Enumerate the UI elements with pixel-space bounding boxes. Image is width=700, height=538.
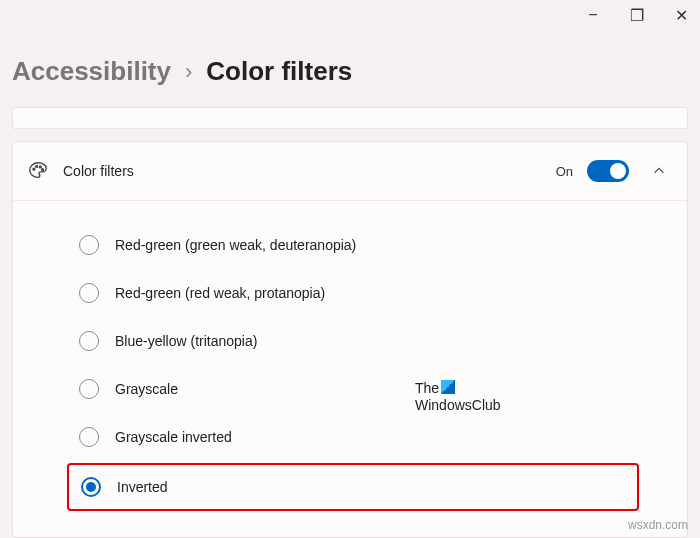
filter-option-row[interactable]: Grayscale inverted xyxy=(67,415,639,459)
filter-option-label: Inverted xyxy=(117,479,168,495)
filter-option-row[interactable]: Red-green (green weak, deuteranopia) xyxy=(67,223,639,267)
color-filters-toggle[interactable] xyxy=(587,160,629,182)
panel-title: Color filters xyxy=(63,163,542,179)
filter-option-row[interactable]: Inverted xyxy=(67,463,639,511)
svg-point-3 xyxy=(42,169,44,171)
filter-option-label: Red-green (red weak, protanopia) xyxy=(115,285,325,301)
toggle-state-label: On xyxy=(556,164,573,179)
filter-option: Red-green (green weak, deuteranopia) xyxy=(13,221,687,269)
card-strip xyxy=(12,107,688,129)
filter-option: Grayscale xyxy=(13,365,687,413)
maximize-button[interactable]: ❐ xyxy=(630,8,644,22)
filter-option: Inverted xyxy=(13,461,687,513)
breadcrumb-parent[interactable]: Accessibility xyxy=(12,56,171,87)
chevron-up-icon[interactable] xyxy=(651,163,667,179)
filter-option-row[interactable]: Blue-yellow (tritanopia) xyxy=(67,319,639,363)
radio-button[interactable] xyxy=(79,427,99,447)
filter-option: Grayscale inverted xyxy=(13,413,687,461)
filter-option-label: Grayscale xyxy=(115,381,178,397)
radio-button[interactable] xyxy=(79,331,99,351)
radio-button[interactable] xyxy=(79,379,99,399)
window-controls: − ❐ ✕ xyxy=(586,8,688,22)
svg-point-2 xyxy=(39,166,41,168)
svg-point-1 xyxy=(36,166,38,168)
filter-option-row[interactable]: Red-green (red weak, protanopia) xyxy=(67,271,639,315)
filter-option-label: Grayscale inverted xyxy=(115,429,232,445)
filter-option: Blue-yellow (tritanopia) xyxy=(13,317,687,365)
color-filters-panel: Color filters On Red-green (green weak, … xyxy=(12,141,688,538)
svg-point-0 xyxy=(33,168,35,170)
radio-button[interactable] xyxy=(79,283,99,303)
chevron-right-icon: › xyxy=(185,59,192,85)
filter-option-label: Blue-yellow (tritanopia) xyxy=(115,333,257,349)
source-attribution: wsxdn.com xyxy=(628,518,688,532)
radio-button[interactable] xyxy=(81,477,101,497)
filter-option-label: Red-green (green weak, deuteranopia) xyxy=(115,237,356,253)
filter-options-list: Red-green (green weak, deuteranopia)Red-… xyxy=(13,201,687,537)
minimize-button[interactable]: − xyxy=(586,8,600,22)
panel-header[interactable]: Color filters On xyxy=(13,142,687,201)
filter-option-row[interactable]: Grayscale xyxy=(67,367,639,411)
filter-option: Red-green (red weak, protanopia) xyxy=(13,269,687,317)
page-title: Color filters xyxy=(206,56,352,87)
palette-icon xyxy=(27,160,49,182)
radio-button[interactable] xyxy=(79,235,99,255)
close-button[interactable]: ✕ xyxy=(674,8,688,22)
